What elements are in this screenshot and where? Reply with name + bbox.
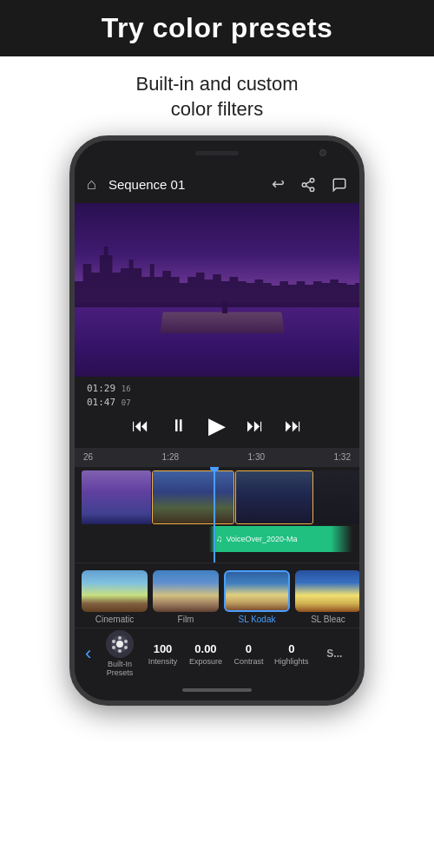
toolbar-highlights[interactable]: 0 Highlights [270,642,312,667]
app-bar-icons: ↩ [272,174,347,194]
preset-film-thumb [153,570,219,612]
toolbar-built-in-presets[interactable]: Built-InPresets [98,630,141,679]
frame-forward-button[interactable]: ⏭ [247,416,264,436]
ruler-mark-3: 1:32 [334,452,351,462]
presets-icon-svg [110,635,129,654]
highlights-value: 0 [288,642,294,655]
subtitle: Built-in and custom color filters [0,56,434,135]
audio-note-icon: ♫ [216,534,223,543]
transport-area: 01:29 16 01:47 07 ⏮ ⏸ ▶ ⏭ ⏭ [75,377,359,448]
timecode: 01:29 16 01:47 07 [87,382,347,409]
audio-track: ♫ VoiceOver_2020-Ma [209,526,352,552]
back-button[interactable]: ‹ [78,642,98,665]
intensity-label: Intensity [148,657,178,667]
ruler-mark-1: 1:28 [162,452,179,462]
track-clip-2[interactable] [152,470,234,524]
preset-sl-kodak[interactable]: SL Kodak [224,570,290,624]
transport-controls: ⏮ ⏸ ▶ ⏭ ⏭ [87,409,347,443]
sequence-title: Sequence 01 [105,177,263,192]
shadows-value: S... [326,648,342,660]
svg-point-13 [118,649,122,653]
svg-point-1 [302,183,306,187]
preset-sl-bleach[interactable]: SL Bleac [295,570,359,624]
timeline-playhead [214,467,215,562]
ruler-marks: 26 1:28 1:30 1:32 [83,452,351,462]
preset-sl-bleach-label: SL Bleac [311,615,345,624]
preset-cinematic[interactable]: Cinematic [82,570,148,624]
svg-point-10 [118,636,122,640]
play-button[interactable]: ▶ [208,412,226,439]
bottom-toolbar: ‹ Built-InPresets [75,628,359,680]
phone-speaker [195,151,239,155]
phone-bottom-bar [75,680,359,700]
skip-to-end-button[interactable]: ⏭ [285,416,302,436]
preset-cinematic-label: Cinematic [95,615,134,624]
phone-wrapper: ⌂ Sequence 01 ↩ [0,135,434,706]
phone-top-bar [75,141,359,165]
presets-section: Cinematic Film SL Kodak SL Bleac [75,562,359,628]
svg-point-2 [310,187,314,192]
timeline-ruler: 26 1:28 1:30 1:32 [75,448,359,467]
exposure-value: 0.00 [194,642,216,655]
home-indicator [182,688,252,692]
svg-line-4 [306,181,310,184]
preset-sl-bleach-thumb [295,570,359,612]
preset-cinematic-thumb [82,570,148,612]
preset-film-label: Film [178,615,194,624]
pause-button[interactable]: ⏸ [170,416,187,436]
chat-icon[interactable] [332,175,347,194]
built-in-presets-icon [106,630,134,658]
track-clip-1[interactable] [82,470,151,524]
toolbar-exposure[interactable]: 0.00 Exposure [184,642,227,667]
timeline-area[interactable]: ♫ VoiceOver_2020-Ma [75,467,359,562]
undo-icon[interactable]: ↩ [272,174,285,194]
ruler-mark-0: 26 [83,452,93,462]
phone-frame: ⌂ Sequence 01 ↩ [69,135,365,706]
preset-sl-kodak-thumb [224,570,290,612]
contrast-label: Contrast [233,657,263,667]
video-overlay [75,203,359,377]
app-bar: ⌂ Sequence 01 ↩ [75,165,359,203]
svg-point-0 [310,178,314,182]
built-in-presets-label: Built-InPresets [107,660,134,679]
phone-camera [319,149,326,156]
presets-row: Cinematic Film SL Kodak SL Bleac [75,570,359,624]
share-icon[interactable] [300,175,316,194]
audio-track-label: VoiceOver_2020-Ma [227,535,298,543]
svg-line-3 [306,186,310,188]
exposure-label: Exposure [189,657,222,667]
track-clip-4[interactable] [314,470,359,524]
track-clip-3[interactable] [235,470,313,524]
toolbar-intensity[interactable]: 100 Intensity [141,642,184,667]
skip-to-start-button[interactable]: ⏮ [132,416,149,436]
contrast-value: 0 [246,642,252,655]
video-preview [75,203,359,377]
svg-point-12 [124,646,128,649]
intensity-value: 100 [154,642,173,655]
playhead-line [214,467,215,562]
svg-point-14 [112,646,115,649]
header-banner: Try color presets [0,0,434,56]
banner-title: Try color presets [17,12,417,44]
home-icon[interactable]: ⌂ [87,175,96,194]
preset-film[interactable]: Film [153,570,219,624]
highlights-label: Highlights [274,657,309,667]
toolbar-shadows[interactable]: S... [313,648,356,660]
svg-point-11 [124,640,128,643]
toolbar-contrast[interactable]: 0 Contrast [227,642,270,667]
ruler-mark-2: 1:30 [248,452,265,462]
svg-point-9 [116,641,123,648]
preset-sl-kodak-label: SL Kodak [239,615,276,624]
video-track [75,470,359,524]
svg-point-15 [112,640,115,643]
